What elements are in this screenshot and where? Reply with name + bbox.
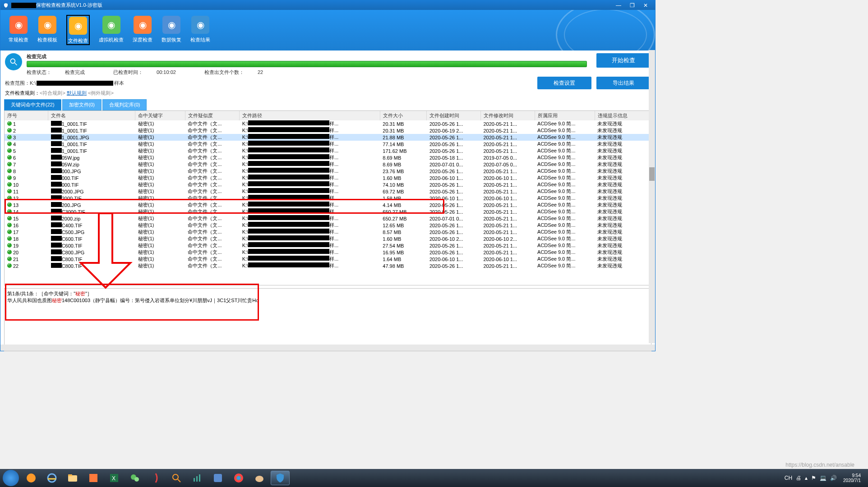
col-5[interactable]: 文件大小 (380, 111, 427, 120)
tab-1[interactable]: 加密文件(0) (62, 99, 102, 110)
progress-bar (27, 61, 587, 67)
table-row[interactable]: 13200.JPG秘密(1)命中文件（文...K:\样...4.14 MB202… (5, 202, 651, 208)
col-0[interactable]: 序号 (5, 111, 48, 120)
svg-rect-14 (196, 476, 198, 482)
col-1[interactable]: 文件名 (48, 111, 135, 120)
taskbar-app-1[interactable] (22, 471, 41, 485)
table-row[interactable]: 31_0001.JPG秘密(1)命中文件（文...K:\样...21.88 MB… (5, 134, 651, 141)
tab-2[interactable]: 合规判定库(0) (102, 99, 147, 110)
table-row[interactable]: 18C600.TIF秘密(1)命中文件（文...K:\样...1.60 MB20… (5, 235, 651, 242)
table-row[interactable]: 41_0001.TIF秘密(1)命中文件（文...K:\样...77.14 MB… (5, 141, 651, 147)
table-row[interactable]: 21C800.TIF秘密(1)命中文件（文...K:\样...1.64 MB20… (5, 256, 651, 262)
horizontal-scrollbar[interactable] (0, 345, 655, 351)
scope-row: 检查范围： K:\样本 检查设置 导出结果 (0, 78, 655, 88)
taskbar-search[interactable] (167, 471, 186, 485)
col-2[interactable]: 命中关键字 (135, 111, 185, 120)
taskbar-app-7[interactable] (146, 471, 165, 485)
minimize-button[interactable]: — (612, 1, 625, 9)
taskbar-chart[interactable] (188, 471, 207, 485)
main-toolbar: ◉常规检查◉检查模板◉文件检查◉虚拟机检查◉深度检查◉数据恢复◉检查结果 (0, 10, 655, 51)
svg-point-2 (27, 473, 36, 482)
svg-rect-6 (89, 474, 97, 482)
table-row[interactable]: 17C500.JPG秘密(1)命中文件（文...K:\样...8.57 MB20… (5, 229, 651, 235)
taskbar-ie[interactable] (42, 471, 61, 485)
taskbar-explorer[interactable] (63, 471, 82, 485)
toolbar-2[interactable]: ◉文件检查 (66, 15, 90, 45)
watermark: https://blog.csdn.net/ansable (785, 462, 854, 468)
system-tray[interactable]: CH 🖨 ▴ ⚑ 💻 🔊 9:54 2020/7/1 (783, 473, 865, 483)
table-row[interactable]: 122000.TIF秘密(1)命中文件（文...K:\样...1.58 MB20… (5, 195, 651, 202)
col-9[interactable]: 违规提示信息 (595, 111, 651, 120)
app-title: 保密检查检查系统V1.0- (36, 2, 88, 9)
result-tabs: 关键词命中文件(22)加密文件(0)合规判定库(0) (0, 97, 655, 110)
rules-row: 文件检查规则： <符合规则> 默认规则 <例外规则> (0, 88, 655, 97)
table-row[interactable]: 16C400.TIF秘密(1)命中文件（文...K:\样...12.65 MB2… (5, 222, 651, 229)
taskbar-paint[interactable] (250, 471, 269, 485)
table-row[interactable]: 51_0001.TIF秘密(1)命中文件（文...K:\样...171.62 M… (5, 147, 651, 154)
clock[interactable]: 9:54 2020/7/1 (843, 473, 861, 483)
toolbar-1[interactable]: ◉检查模板 (37, 16, 57, 45)
taskbar-current-app[interactable] (271, 471, 290, 485)
taskbar-chrome[interactable] (229, 471, 248, 485)
table-row[interactable]: 9000.TIF秘密(1)命中文件（文...K:\样...1.60 MB2020… (5, 175, 651, 181)
svg-text:X: X (112, 475, 115, 482)
svg-point-19 (237, 477, 240, 479)
col-7[interactable]: 文件修改时间 (480, 111, 535, 120)
svg-rect-13 (194, 478, 195, 482)
table-row[interactable]: 8000.JPG秘密(1)命中文件（文...K:\样...23.76 MB202… (5, 168, 651, 175)
titlebar: 保密检查检查系统V1.0-涉密版 — ❐ ✕ (0, 0, 655, 10)
table-row[interactable]: 11_0001.TIF秘密(1)命中文件（文...K:\样...20.31 MB… (5, 120, 651, 127)
svg-rect-4 (68, 475, 77, 482)
table-row[interactable]: 21_0001.TIF秘密(1)命中文件（文...K:\样...20.31 MB… (5, 127, 651, 134)
start-button[interactable] (3, 470, 19, 486)
ime-indicator[interactable]: CH (785, 475, 792, 481)
export-button[interactable]: 导出结果 (596, 77, 651, 89)
volume-icon[interactable]: 🔊 (830, 475, 837, 481)
result-table[interactable]: 序号文件名命中关键字文件疑似度文件路径文件大小文件创建时间文件修改时间所属应用违… (4, 110, 651, 285)
table-row[interactable]: 22C800.TIF秘密(1)命中文件（文...K:\样...47.98 MB2… (5, 262, 651, 269)
svg-point-11 (173, 474, 178, 480)
settings-button[interactable]: 检查设置 (537, 77, 591, 89)
close-button[interactable]: ✕ (639, 1, 652, 9)
table-row[interactable]: 20C800.JPG秘密(1)命中文件（文...K:\样...16.95 MB2… (5, 249, 651, 256)
svg-rect-5 (68, 474, 72, 476)
network-icon[interactable]: 💻 (820, 475, 826, 481)
default-rule-link[interactable]: 默认规则 (67, 90, 87, 96)
detail-panel: 第1条/共1条：［命中关键词："秘密"］ 华人民共和国也质图秘密148C0010… (4, 288, 651, 351)
table-row[interactable]: 10000.TIF秘密(1)命中文件（文...K:\样...74.10 MB20… (5, 181, 651, 188)
svg-point-0 (10, 59, 15, 63)
svg-line-12 (178, 479, 180, 482)
svg-rect-16 (214, 474, 222, 482)
toolbar-3[interactable]: ◉虚拟机检查 (99, 16, 124, 45)
svg-point-10 (134, 477, 139, 482)
col-6[interactable]: 文件创建时间 (427, 111, 481, 120)
taskbar-excel[interactable]: X (105, 471, 124, 485)
table-row[interactable]: 152000.zip秘密(1)命中文件（文...K:\样...650.27 MB… (5, 215, 651, 222)
flag-icon[interactable]: ⚑ (811, 475, 816, 481)
svg-point-20 (255, 476, 263, 482)
svg-rect-15 (199, 474, 200, 482)
taskbar-app-4[interactable] (84, 471, 103, 485)
chevron-up-icon[interactable]: ▴ (805, 475, 808, 481)
table-row[interactable]: 14C3000.TIF秘密(1)命中文件（文...K:\样...650.27 M… (5, 208, 651, 215)
toolbar-5[interactable]: ◉数据恢复 (162, 16, 181, 45)
col-4[interactable]: 文件路径 (240, 111, 380, 120)
tab-0[interactable]: 关键词命中文件(22) (4, 99, 61, 110)
status-done: 检查完成 (27, 53, 593, 60)
taskbar-app-10[interactable] (208, 471, 227, 485)
table-row[interactable]: 19C600.TIF秘密(1)命中文件（文...K:\样...27.54 MB2… (5, 242, 651, 249)
tray-icon-1[interactable]: 🖨 (796, 475, 801, 481)
svg-line-1 (15, 63, 17, 65)
vertical-scrollbar[interactable] (649, 50, 655, 343)
col-8[interactable]: 所属应用 (535, 111, 595, 120)
toolbar-6[interactable]: ◉检查结果 (190, 16, 210, 45)
table-row[interactable]: 705W.zip秘密(1)命中文件（文...K:\样...8.69 MB2020… (5, 161, 651, 168)
table-row[interactable]: 605W.jpg秘密(1)命中文件（文...K:\样...8.69 MB2020… (5, 154, 651, 161)
toolbar-4[interactable]: ◉深度检查 (133, 16, 152, 45)
maximize-button[interactable]: ❐ (625, 1, 639, 9)
taskbar-wechat[interactable] (125, 471, 144, 485)
table-row[interactable]: 112000.JPG秘密(1)命中文件（文...K:\样...69.72 MB2… (5, 188, 651, 195)
start-check-button[interactable]: 开始检查 (596, 53, 651, 68)
col-3[interactable]: 文件疑似度 (185, 111, 239, 120)
toolbar-0[interactable]: ◉常规检查 (9, 16, 28, 45)
